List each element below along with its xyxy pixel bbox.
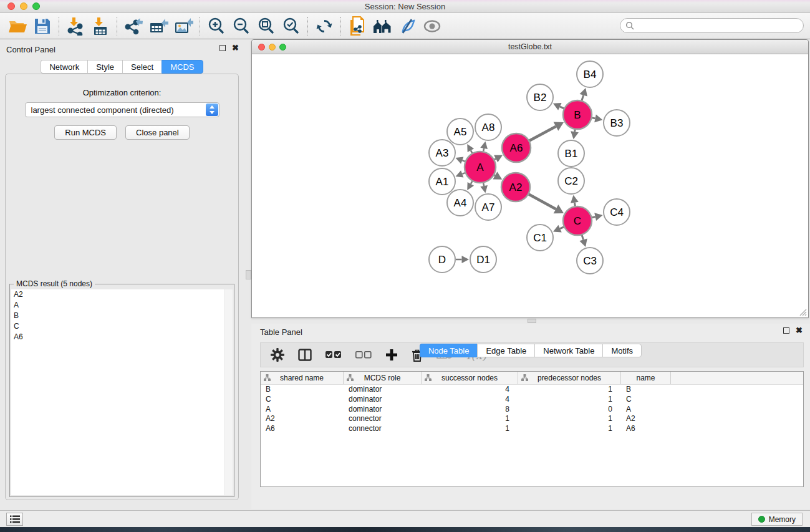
status-bar: Memory — [0, 510, 810, 527]
refresh-icon[interactable] — [312, 15, 337, 37]
zoom-in-icon[interactable] — [204, 15, 229, 37]
run-mcds-button[interactable]: Run MCDS — [54, 125, 117, 140]
edge-A6-B[interactable] — [529, 127, 556, 141]
edge-A-A7[interactable] — [483, 183, 484, 186]
vertical-splitter-handle[interactable] — [246, 270, 251, 279]
edge-A-A3[interactable] — [462, 160, 465, 162]
control-panel-tabs: NetworkStyleSelectMCDS — [0, 60, 244, 74]
resize-grip-icon[interactable] — [798, 307, 807, 316]
mcds-result-item[interactable]: B — [11, 311, 233, 321]
network-window-title: testGlobe.txt — [252, 42, 808, 51]
graph-node-label-A6: A6 — [510, 142, 523, 154]
criterion-select[interactable]: largest connected component (directed) — [25, 102, 219, 117]
network-canvas[interactable]: AA1A2A3A4A5A6A7A8BB1B2B3B4CC1C2C3C4DD1 — [252, 54, 808, 317]
edge-arrowhead — [594, 115, 602, 123]
network-graph[interactable]: AA1A2A3A4A5A6A7A8BB1B2B3B4CC1C2C3C4DD1 — [252, 54, 808, 317]
search-box[interactable] — [620, 18, 804, 33]
edge-A-A4[interactable] — [471, 181, 472, 184]
mcds-result-box: MCDS result (5 nodes) A2ABCA6 — [9, 284, 234, 497]
toolbar-separator — [200, 17, 200, 36]
graph-node-label-D1: D1 — [476, 254, 490, 266]
close-table-panel-icon[interactable]: ✖ — [796, 327, 803, 334]
first-neighbors-icon[interactable] — [370, 15, 395, 37]
network-window-titlebar[interactable]: testGlobe.txt — [252, 40, 808, 54]
search-icon — [625, 21, 634, 30]
graph-node-label-B2: B2 — [534, 92, 547, 104]
edge-C-C3[interactable] — [582, 235, 583, 239]
horizontal-splitter-handle[interactable] — [528, 319, 536, 323]
graph-node-label-A4: A4 — [454, 197, 467, 209]
close-panel-button[interactable]: Close panel — [125, 125, 190, 140]
toolbar-separator — [59, 17, 59, 36]
edge-B-B4[interactable] — [582, 95, 584, 100]
edge-C-C2[interactable] — [574, 203, 575, 206]
select-stepper-icon — [206, 104, 218, 116]
mcds-result-list[interactable]: A2ABCA6 — [11, 289, 233, 495]
mcds-result-item[interactable]: A — [11, 300, 233, 311]
save-session-icon[interactable] — [30, 15, 55, 37]
graph-node-label-C: C — [574, 215, 581, 227]
graph-node-label-A5: A5 — [454, 126, 467, 138]
search-input[interactable] — [637, 20, 803, 31]
export-image-icon[interactable] — [171, 15, 196, 37]
tab-edge-table[interactable]: Edge Table — [477, 344, 534, 357]
zoom-selected-icon[interactable] — [279, 15, 304, 37]
edge-A2-C[interactable] — [529, 194, 556, 209]
edge-C-C1[interactable] — [560, 227, 564, 229]
graph-node-label-A8: A8 — [482, 122, 495, 133]
edge-A-A8[interactable] — [483, 148, 484, 152]
memory-button[interactable]: Memory — [751, 513, 803, 526]
memory-label: Memory — [769, 515, 796, 524]
edge-arrowhead — [579, 238, 587, 247]
import-table-icon[interactable] — [88, 15, 113, 37]
mcds-result-item[interactable]: C — [11, 321, 233, 332]
edge-A-A6[interactable] — [494, 159, 496, 160]
control-panel: Control Panel ✖ NetworkStyleSelectMCDS O… — [0, 40, 244, 505]
edge-A-A1[interactable] — [462, 173, 465, 174]
float-table-panel-icon[interactable] — [783, 327, 789, 334]
zoom-fit-icon[interactable] — [254, 15, 279, 37]
tab-network[interactable]: Network — [41, 60, 87, 74]
graph-node-label-C2: C2 — [564, 175, 578, 187]
edge-B-B3[interactable] — [592, 118, 595, 118]
float-panel-icon[interactable] — [219, 45, 226, 51]
show-all-icon[interactable] — [420, 15, 445, 37]
close-panel-icon[interactable]: ✖ — [232, 45, 239, 51]
import-network-icon[interactable] — [63, 15, 88, 37]
edge-arrowhead — [571, 131, 579, 139]
graph-node-label-C4: C4 — [610, 206, 624, 218]
graph-node-label-A1: A1 — [436, 176, 449, 188]
scrollbar[interactable] — [224, 289, 233, 495]
export-network-icon[interactable] — [121, 15, 146, 37]
hide-selected-icon[interactable] — [395, 15, 420, 37]
network-view-window: testGlobe.txt AA1A2A3A4A5A6A7A8BB1B2B3B4… — [251, 39, 809, 318]
mcds-tab-content: Optimization criterion: largest connecte… — [5, 74, 239, 500]
zoom-out-icon[interactable] — [229, 15, 254, 37]
edge-arrowhead — [594, 213, 602, 221]
mcds-result-item[interactable]: A2 — [11, 289, 233, 300]
export-table-icon[interactable] — [146, 15, 171, 37]
edge-B-B2[interactable] — [560, 107, 564, 109]
table-panel-title: Table Panel — [260, 327, 302, 337]
tab-node-table[interactable]: Node Table — [420, 344, 478, 357]
clone-network-icon[interactable] — [345, 15, 370, 37]
edge-arrowhead — [571, 195, 579, 203]
tab-network-table[interactable]: Network Table — [534, 344, 602, 357]
tab-mcds[interactable]: MCDS — [162, 60, 203, 74]
window-title: Session: New Session — [0, 2, 810, 11]
mcds-result-title: MCDS result (5 nodes) — [14, 279, 95, 288]
edge-B-B1[interactable] — [575, 130, 576, 132]
open-file-icon[interactable] — [5, 15, 30, 37]
tab-motifs[interactable]: Motifs — [602, 344, 642, 357]
task-history-button[interactable] — [6, 513, 23, 526]
graph-node-label-C1: C1 — [533, 232, 547, 244]
edge-A-A5[interactable] — [471, 150, 472, 153]
tab-style[interactable]: Style — [87, 60, 122, 74]
criterion-selected-value: largest connected component (directed) — [31, 105, 174, 115]
edge-C-C4[interactable] — [592, 217, 595, 218]
graph-node-label-B3: B3 — [610, 117, 624, 129]
memory-status-icon — [758, 516, 765, 523]
tab-select[interactable]: Select — [122, 60, 162, 74]
mcds-result-item[interactable]: A6 — [11, 332, 233, 342]
edge-arrowhead — [480, 185, 488, 193]
